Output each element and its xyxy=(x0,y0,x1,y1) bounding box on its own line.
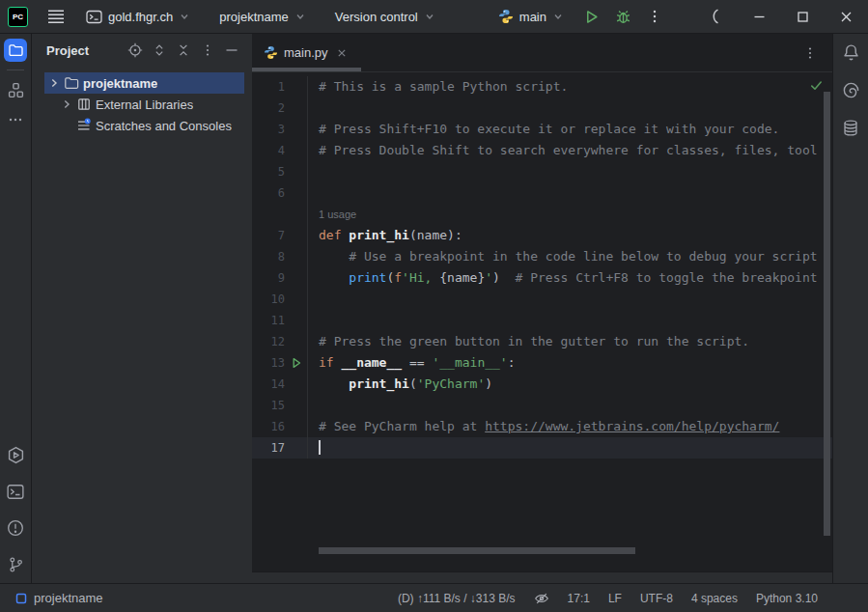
code-line-8[interactable]: 8 # Use a breakpoint in the code line be… xyxy=(252,246,832,267)
code-editor[interactable]: 1# This is a sample Python script.23# Pr… xyxy=(252,72,832,571)
caret-position-widget[interactable]: 17:1 xyxy=(568,590,590,607)
indent-widget[interactable]: 4 spaces xyxy=(691,590,738,607)
code-line-11[interactable]: 11 xyxy=(252,310,832,331)
code-line-5[interactable]: 5 xyxy=(252,161,832,182)
project-tree: projektname External Libraries xyxy=(32,67,252,136)
code-line-16[interactable]: 16# See PyCharm help at https://www.jetb… xyxy=(252,416,832,437)
hamburger-icon xyxy=(47,9,65,24)
maximize-button[interactable] xyxy=(787,5,819,29)
code-line-10[interactable]: 10 xyxy=(252,289,832,310)
editor-vertical-scrollbar[interactable] xyxy=(824,92,830,536)
git-toolwindow-button[interactable] xyxy=(8,556,24,573)
terminal-toolwindow-button[interactable] xyxy=(7,484,24,500)
gutter xyxy=(285,246,308,267)
gutter xyxy=(285,76,308,97)
host-selector[interactable]: gold.fhgr.ch xyxy=(78,5,198,29)
close-icon xyxy=(336,47,348,59)
code-line-14[interactable]: 14 print_hi('PyCharm') xyxy=(252,374,832,395)
tab-close-button[interactable] xyxy=(334,45,350,61)
project-toolwindow-button[interactable] xyxy=(4,39,27,62)
expand-all-button[interactable] xyxy=(149,40,170,61)
pycharm-logo: PC xyxy=(8,7,28,27)
debug-button[interactable] xyxy=(607,4,639,30)
main-menu-button[interactable] xyxy=(40,4,72,29)
line-number: 13 xyxy=(252,352,285,374)
run-configuration-selector[interactable]: main xyxy=(490,4,572,29)
run-toolwindow-button[interactable] xyxy=(7,446,25,464)
problems-toolwindow-button[interactable] xyxy=(7,519,24,537)
line-number: 5 xyxy=(252,161,285,182)
tabbar-scrollbar-thumb[interactable] xyxy=(252,68,361,71)
problems-icon xyxy=(7,519,24,537)
main-content: Project xyxy=(0,34,868,583)
code-line-17[interactable]: 17 xyxy=(252,437,832,459)
tree-item-external-libraries[interactable]: External Libraries xyxy=(44,94,244,115)
code-line-7[interactable]: 7def print_hi(name): xyxy=(252,225,832,246)
structure-toolwindow-button[interactable] xyxy=(8,82,24,98)
collapse-icon xyxy=(176,42,191,58)
line-number: 3 xyxy=(252,119,285,140)
gutter xyxy=(285,119,308,140)
run-line-icon[interactable] xyxy=(290,356,303,370)
usage-hint[interactable]: 1 usage xyxy=(319,209,356,220)
panel-options-button[interactable] xyxy=(197,40,218,61)
close-window-button[interactable] xyxy=(830,5,862,29)
code-line-13[interactable]: 13if __name__ == '__main__': xyxy=(252,352,832,374)
chevron-right-icon[interactable] xyxy=(48,77,64,89)
python-file-icon xyxy=(264,45,278,60)
encoding-widget[interactable]: UTF-8 xyxy=(640,590,673,607)
locate-file-button[interactable] xyxy=(125,40,146,61)
network-speed-label: (D) ↑111 B/s / ↓313 B/s xyxy=(398,592,516,605)
line-number: 16 xyxy=(252,416,285,437)
indent-label: 4 spaces xyxy=(691,592,738,605)
minimize-icon xyxy=(752,10,767,24)
line-number: 9 xyxy=(252,267,285,289)
right-toolwindow-strip xyxy=(832,34,868,583)
project-selector[interactable]: projektname xyxy=(211,5,314,29)
terminal-icon xyxy=(7,484,24,500)
code-line-1[interactable]: 1# This is a sample Python script. xyxy=(252,76,832,97)
ai-assistant-button[interactable] xyxy=(842,81,860,99)
gutter xyxy=(285,310,308,331)
code-line-4[interactable]: 4# Press Double Shift to search everywhe… xyxy=(252,140,832,161)
tree-item-scratches[interactable]: Scratches and Consoles xyxy=(44,115,244,136)
eye-slash-icon xyxy=(534,591,549,606)
network-speed-widget[interactable]: (D) ↑111 B/s / ↓313 B/s xyxy=(398,590,516,607)
hide-panel-button[interactable] xyxy=(221,40,242,61)
code-line-2[interactable]: 2 xyxy=(252,97,832,119)
line-separator-widget[interactable]: LF xyxy=(608,590,622,607)
kebab-menu-icon xyxy=(647,9,662,24)
database-button[interactable] xyxy=(842,119,859,137)
collapse-all-button[interactable] xyxy=(173,40,194,61)
minimize-button[interactable] xyxy=(743,5,775,29)
run-button[interactable] xyxy=(575,4,607,30)
usage-hint-row[interactable]: 1 usage xyxy=(252,204,832,225)
interpreter-widget[interactable]: Python 3.10 xyxy=(756,590,818,607)
statusbar: projektname (D) ↑111 B/s / ↓313 B/s 17:1… xyxy=(0,583,868,612)
moon-mode-button[interactable] xyxy=(699,3,732,30)
vcs-widget[interactable]: Version control xyxy=(327,5,443,29)
titlebar-more-button[interactable] xyxy=(639,4,670,29)
line-number: 17 xyxy=(252,437,285,459)
code-line-3[interactable]: 3# Press Shift+F10 to execute it or repl… xyxy=(252,119,832,140)
notifications-button[interactable] xyxy=(842,43,860,62)
host-label: gold.fhgr.ch xyxy=(108,10,173,24)
run-configuration-label: main xyxy=(519,10,546,24)
more-toolwindows-button[interactable] xyxy=(8,112,23,127)
statusbar-widgets: (D) ↑111 B/s / ↓313 B/s 17:1 LF UTF-8 4 … xyxy=(398,589,818,608)
gutter xyxy=(285,352,308,374)
code-line-9[interactable]: 9 print(f'Hi, {name}') # Press Ctrl+F8 t… xyxy=(252,267,832,289)
statusbar-project-widget[interactable]: projektname xyxy=(10,588,109,608)
tab-main-py[interactable]: main.py xyxy=(252,34,358,71)
inspection-status-widget[interactable] xyxy=(809,78,824,97)
editor-horizontal-scrollbar[interactable] xyxy=(319,547,635,554)
highlighting-level-widget[interactable] xyxy=(534,589,549,608)
code-line-12[interactable]: 12# Press the green button in the gutter… xyxy=(252,331,832,352)
code-line-6[interactable]: 6 xyxy=(252,182,832,204)
line-number: 6 xyxy=(252,182,285,204)
tree-item-projektname[interactable]: projektname xyxy=(44,72,244,94)
tab-options-button[interactable] xyxy=(799,42,821,64)
code-line-15[interactable]: 15 xyxy=(252,395,832,416)
editor-tabbar: main.py xyxy=(252,34,832,72)
chevron-right-icon[interactable] xyxy=(61,98,76,110)
